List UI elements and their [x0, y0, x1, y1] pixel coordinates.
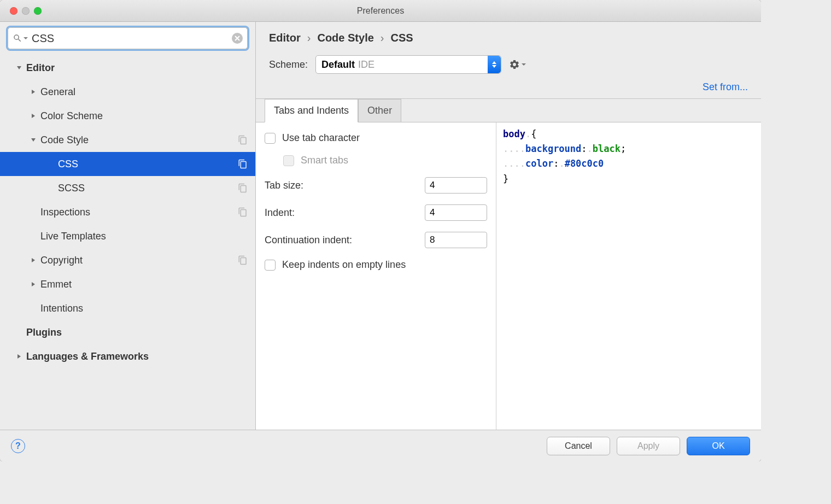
tab-other[interactable]: Other [358, 99, 401, 122]
scheme-hint: IDE [358, 59, 374, 71]
chevron-right-icon [31, 113, 36, 119]
settings-panel: Editor › Code Style › CSS Scheme: Defaul… [256, 22, 761, 430]
ok-button[interactable]: OK [687, 437, 750, 455]
keep-indents-checkbox[interactable] [265, 260, 276, 271]
breadcrumb-separator: › [381, 32, 384, 44]
help-button[interactable]: ? [11, 439, 25, 453]
set-from-link[interactable]: Set from... [703, 81, 748, 92]
scheme-row: Scheme: Default IDE [256, 51, 761, 81]
use-tab-char-label: Use tab character [282, 132, 360, 144]
keep-indents-row: Keep indents on empty lines [265, 259, 487, 271]
chevron-down-icon [16, 65, 22, 71]
smart-tabs-checkbox [283, 155, 294, 166]
use-tab-char-checkbox[interactable] [265, 133, 276, 144]
use-tab-char-row: Use tab character [265, 132, 487, 144]
tree-item-code-style[interactable]: Code Style [0, 128, 255, 152]
chevron-right-icon [31, 257, 36, 263]
continuation-indent-label: Continuation indent: [265, 235, 418, 246]
preferences-window: Preferences Editor [0, 0, 761, 461]
breadcrumb-editor[interactable]: Editor [269, 32, 301, 44]
breadcrumb: Editor › Code Style › CSS [256, 22, 761, 51]
copy-icon [238, 207, 248, 217]
apply-button[interactable]: Apply [617, 437, 680, 455]
chevron-right-icon [31, 282, 36, 287]
combobox-stepper[interactable] [488, 56, 501, 73]
tree-item-copyright[interactable]: Copyright [0, 248, 255, 272]
window-title: Preferences [0, 6, 761, 16]
tree-item-intentions[interactable]: Intentions [0, 296, 255, 320]
code-preview: body.{ ....background:.black; ....color:… [496, 122, 761, 430]
indent-controls: Use tab character Smart tabs Tab size: I… [256, 122, 496, 430]
copy-icon [238, 135, 248, 145]
sidebar: Editor General Color Scheme Code Style [0, 22, 256, 430]
search-icon [13, 33, 22, 43]
breadcrumb-css[interactable]: CSS [390, 32, 413, 44]
tab-size-input[interactable] [425, 177, 487, 194]
tree-item-inspections[interactable]: Inspections [0, 200, 255, 224]
close-icon [235, 36, 240, 41]
tab-tabs-and-indents[interactable]: Tabs and Indents [265, 99, 358, 122]
tree-item-plugins[interactable]: Plugins [0, 320, 255, 344]
tab-content: Use tab character Smart tabs Tab size: I… [256, 122, 761, 430]
tab-size-row: Tab size: [265, 177, 487, 194]
tabs: Tabs and Indents Other [256, 99, 761, 122]
tree-item-emmet[interactable]: Emmet [0, 272, 255, 296]
clear-search-button[interactable] [232, 33, 243, 44]
tree-item-languages-frameworks[interactable]: Languages & Frameworks [0, 344, 255, 368]
dialog-footer: ? Cancel Apply OK [0, 430, 761, 461]
chevron-down-icon [521, 62, 526, 67]
copy-icon [238, 255, 248, 265]
indent-row: Indent: [265, 204, 487, 221]
cancel-button[interactable]: Cancel [547, 437, 610, 455]
scheme-combobox[interactable]: Default IDE [315, 55, 501, 74]
tree-item-editor[interactable]: Editor [0, 56, 255, 80]
continuation-indent-input[interactable] [425, 232, 487, 248]
tree-item-css[interactable]: CSS [0, 152, 255, 176]
smart-tabs-label: Smart tabs [301, 155, 348, 166]
scheme-value: Default [321, 59, 355, 71]
tree-item-general[interactable]: General [0, 80, 255, 104]
smart-tabs-row: Smart tabs [265, 155, 487, 166]
search-input[interactable] [32, 32, 232, 45]
breadcrumb-code-style[interactable]: Code Style [317, 32, 373, 44]
continuation-indent-row: Continuation indent: [265, 232, 487, 248]
scheme-actions-button[interactable] [509, 59, 526, 70]
chevron-right-icon [16, 354, 22, 359]
breadcrumb-separator: › [307, 32, 311, 44]
indent-label: Indent: [265, 207, 418, 219]
chevron-down-icon [492, 65, 496, 68]
tree-item-scss[interactable]: SCSS [0, 176, 255, 200]
gear-icon [509, 59, 520, 70]
chevron-right-icon [31, 89, 36, 95]
tab-size-label: Tab size: [265, 180, 418, 191]
indent-input[interactable] [425, 204, 487, 221]
search-history-icon[interactable] [23, 36, 28, 41]
scheme-label: Scheme: [269, 59, 308, 71]
copy-icon [238, 183, 248, 193]
tree-item-color-scheme[interactable]: Color Scheme [0, 104, 255, 128]
tree-item-live-templates[interactable]: Live Templates [0, 224, 255, 248]
search-field[interactable] [8, 27, 248, 49]
chevron-down-icon [31, 137, 36, 143]
copy-icon [238, 159, 248, 169]
settings-tree: Editor General Color Scheme Code Style [0, 54, 255, 368]
keep-indents-label: Keep indents on empty lines [282, 259, 406, 271]
titlebar: Preferences [0, 0, 761, 22]
